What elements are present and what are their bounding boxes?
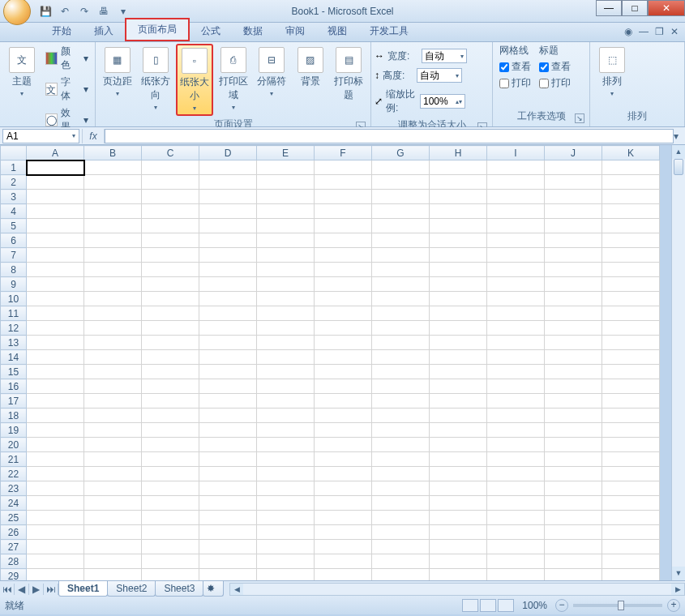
cell[interactable] (257, 511, 315, 525)
cell[interactable] (315, 511, 372, 525)
sheet-tab-1[interactable]: Sheet1 (58, 581, 108, 597)
view-pagelayout-icon[interactable] (480, 599, 496, 612)
cell[interactable] (257, 365, 315, 379)
cell[interactable] (142, 438, 199, 452)
cell[interactable] (199, 190, 257, 204)
cell[interactable] (372, 481, 430, 496)
cell[interactable] (487, 452, 545, 467)
cell[interactable] (487, 511, 545, 525)
cell[interactable] (487, 248, 545, 263)
cell[interactable] (84, 190, 142, 204)
cell[interactable] (372, 365, 430, 379)
cell[interactable] (142, 481, 199, 496)
cell[interactable] (257, 292, 315, 306)
column-header[interactable]: B (84, 146, 142, 160)
cell[interactable] (27, 160, 84, 175)
cell[interactable] (27, 481, 84, 496)
cell[interactable] (27, 365, 84, 379)
cell[interactable] (315, 321, 372, 336)
cell[interactable] (487, 379, 545, 394)
column-header[interactable]: G (372, 146, 430, 160)
cell[interactable] (84, 204, 142, 219)
cell[interactable] (142, 175, 199, 190)
arrange-button[interactable]: ⬚排列▾ (593, 44, 631, 101)
cell[interactable] (487, 160, 545, 175)
cell[interactable] (199, 350, 257, 365)
cell[interactable] (430, 569, 487, 581)
cell[interactable] (487, 306, 545, 321)
cell[interactable] (545, 409, 602, 423)
cell[interactable] (142, 190, 199, 204)
vertical-scrollbar[interactable]: ▲ ▼ (671, 145, 685, 580)
sheet-tab-3[interactable]: Sheet3 (155, 581, 203, 597)
cell[interactable] (487, 569, 545, 581)
sheet-nav-last-icon[interactable]: ⏭ (44, 584, 58, 595)
cell[interactable] (372, 277, 430, 292)
scroll-thumb[interactable] (674, 159, 683, 175)
cell[interactable] (602, 248, 660, 263)
cell[interactable] (142, 219, 199, 233)
cell[interactable] (602, 321, 660, 336)
cell[interactable] (84, 423, 142, 438)
cell[interactable] (27, 569, 84, 581)
cell[interactable] (257, 160, 315, 175)
cell[interactable] (545, 467, 602, 481)
cell[interactable] (372, 248, 430, 263)
row-header[interactable]: 13 (1, 336, 27, 350)
cell[interactable] (430, 525, 487, 540)
cell[interactable] (142, 365, 199, 379)
cell[interactable] (602, 496, 660, 511)
cell[interactable] (27, 452, 84, 467)
cell[interactable] (315, 204, 372, 219)
cell[interactable] (430, 496, 487, 511)
cell[interactable] (315, 554, 372, 569)
cell[interactable] (27, 219, 84, 233)
cell[interactable] (602, 263, 660, 277)
cell[interactable] (84, 336, 142, 350)
cell[interactable] (545, 277, 602, 292)
cell[interactable] (372, 409, 430, 423)
cell[interactable] (602, 394, 660, 409)
cell[interactable] (372, 321, 430, 336)
tab-data[interactable]: 数据 (232, 21, 274, 41)
cell[interactable] (84, 277, 142, 292)
cell[interactable] (199, 467, 257, 481)
cell[interactable] (315, 394, 372, 409)
cell[interactable] (602, 511, 660, 525)
cell[interactable] (27, 277, 84, 292)
cell[interactable] (487, 190, 545, 204)
cell[interactable] (142, 467, 199, 481)
cell[interactable] (199, 175, 257, 190)
cell[interactable] (257, 204, 315, 219)
tab-review[interactable]: 审阅 (274, 21, 316, 41)
cell[interactable] (315, 306, 372, 321)
row-header[interactable]: 25 (1, 511, 27, 525)
cell[interactable] (430, 292, 487, 306)
cell[interactable] (602, 554, 660, 569)
cell[interactable] (430, 175, 487, 190)
scale-height-select[interactable]: 自动▾ (417, 68, 462, 83)
cell[interactable] (315, 423, 372, 438)
cell[interactable] (602, 423, 660, 438)
cell[interactable] (27, 394, 84, 409)
cell[interactable] (84, 525, 142, 540)
cell[interactable] (430, 233, 487, 248)
cell[interactable] (199, 511, 257, 525)
cell[interactable] (84, 409, 142, 423)
orientation-button[interactable]: ▯纸张方向▾ (138, 44, 175, 114)
cell[interactable] (257, 379, 315, 394)
cell[interactable] (84, 540, 142, 554)
cell[interactable] (602, 160, 660, 175)
row-header[interactable]: 7 (1, 248, 27, 263)
tab-view[interactable]: 视图 (316, 21, 358, 41)
column-header[interactable]: F (315, 146, 372, 160)
column-header[interactable]: E (257, 146, 315, 160)
row-header[interactable]: 2 (1, 175, 27, 190)
cell[interactable] (142, 540, 199, 554)
scroll-left-icon[interactable]: ◀ (230, 584, 243, 595)
cell[interactable] (315, 496, 372, 511)
column-header[interactable]: A (27, 146, 84, 160)
cell[interactable] (487, 496, 545, 511)
minimize-button[interactable]: — (596, 0, 622, 16)
cell[interactable] (545, 306, 602, 321)
